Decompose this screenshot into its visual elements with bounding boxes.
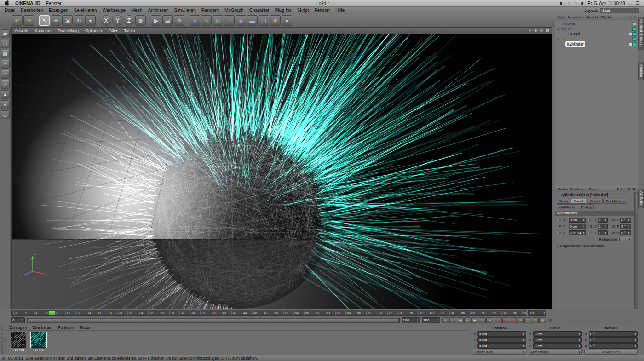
om-menu-bearbeiten[interactable]: Bearbeiten (567, 15, 586, 19)
tab-koord.[interactable]: Koord. (571, 199, 586, 204)
record-position-button[interactable]: + (517, 317, 524, 323)
add-camera-button[interactable]: ◫ (259, 15, 269, 26)
anim-dot-icon[interactable] (556, 225, 558, 228)
am-menu-modus[interactable]: Modus (556, 187, 569, 191)
spinner-icon[interactable] (579, 338, 581, 342)
timeline-range-field[interactable]: 78 (528, 310, 546, 316)
bluetooth-icon[interactable]: ᛒ (568, 1, 570, 6)
play-button[interactable]: ▶ (464, 317, 471, 323)
tab-struktur[interactable]: Struktur (638, 62, 644, 80)
next-key-button[interactable]: › (479, 317, 486, 323)
snap-settings-button[interactable]: ◡ (1, 110, 10, 119)
autokeying-button[interactable]: ◉ (502, 317, 509, 323)
menu-fenster[interactable]: Fenster (311, 8, 333, 13)
prev-frame-button[interactable]: ◀ (457, 317, 464, 323)
move-button[interactable]: + (51, 15, 61, 26)
last-tool-button[interactable]: ▾ (85, 15, 96, 26)
add-deformer-button[interactable]: ◈ (236, 15, 246, 26)
collapse-icon[interactable]: ⊟ (556, 37, 560, 41)
spotlight-icon[interactable]: ⌕ (629, 1, 632, 6)
frozen-transform-section[interactable]: Eingefrorene Transformation (555, 243, 638, 248)
apply-button[interactable]: Anwenden (584, 350, 638, 355)
record-keyframe-button[interactable]: ● (495, 317, 502, 323)
render-view-button[interactable]: ▶ (151, 15, 161, 26)
visibility-dots[interactable] (625, 32, 627, 36)
spinner-icon[interactable] (628, 231, 630, 235)
spinner-icon[interactable] (583, 231, 585, 235)
timeline-scrollbar[interactable] (27, 318, 400, 323)
spinner-icon[interactable] (523, 338, 525, 342)
frame-zoom-field[interactable]: 100 (422, 317, 440, 323)
om-menu-ansicht[interactable]: Ansicht (586, 15, 599, 19)
back-icon[interactable]: ◀ (615, 187, 618, 191)
workplane-mode-button[interactable]: ▱ (1, 60, 10, 69)
apple-menu[interactable] (5, 0, 10, 6)
material-menu-erzeugen[interactable]: Erzeugen (6, 325, 30, 330)
spinner-icon[interactable] (604, 218, 606, 222)
polygons-mode-button[interactable]: ▲ (1, 90, 10, 99)
material-menu-bearbeiten[interactable]: Bearbeiten (30, 325, 56, 330)
tab-attribute[interactable]: Attribute (638, 189, 644, 208)
lock-icon[interactable]: ▣ (632, 187, 636, 191)
spinner-icon[interactable] (583, 218, 585, 222)
spinner-icon[interactable] (583, 225, 585, 228)
hair-material-tag[interactable] (632, 32, 636, 36)
position-x-field[interactable]: 0 cm (477, 331, 526, 337)
hair-material-tag[interactable] (632, 37, 636, 41)
rotate-button[interactable]: ↻ (74, 15, 84, 26)
panel-grip-icon[interactable] (548, 317, 552, 323)
param-field-w-.-p[interactable]: 0 ° (620, 224, 631, 229)
filter-icon[interactable]: ◩ (628, 187, 631, 191)
viewport-menu-optionen[interactable]: Optionen (82, 29, 105, 33)
macos-menu-fenster[interactable]: Fenster (46, 1, 62, 6)
größe-y-field[interactable]: 0 cm (533, 337, 582, 343)
menu-plug-ins[interactable]: Plug-ins (272, 8, 294, 13)
param-field-p-.-x[interactable]: 0 cm (569, 218, 586, 223)
object-row-cam[interactable]: ◫CAM (555, 21, 638, 26)
spinner-icon[interactable] (417, 319, 419, 322)
add-array-button[interactable]: ∷ (224, 15, 235, 26)
render-picture-viewer-button[interactable]: ▤ (162, 15, 173, 26)
min-frame-field[interactable]: 0 (11, 317, 25, 323)
viewport-menu-kameras[interactable]: Kameras (32, 29, 55, 33)
anim-dot-icon[interactable] (587, 232, 590, 234)
notification-center-icon[interactable]: ☰ (636, 1, 639, 6)
spinner-icon[interactable] (523, 332, 525, 336)
position-y-field[interactable]: 0 cm (477, 337, 526, 343)
add-light-button[interactable]: ☀ (270, 15, 281, 26)
param-field-p-.-y[interactable]: 0 cm (569, 224, 586, 229)
winkel-p-field[interactable]: 0 ° (589, 337, 638, 343)
viewport-menu-tafeln[interactable]: Tafeln (121, 29, 138, 33)
spinner-icon[interactable] (628, 225, 630, 228)
tab-basis[interactable]: Basis (557, 199, 570, 204)
hair-material-tag[interactable] (632, 42, 636, 46)
search-icon[interactable]: ⌕ (625, 187, 627, 191)
add-cube-button[interactable]: ■ (190, 15, 200, 26)
add-floor-button[interactable]: ▬ (247, 15, 258, 26)
spinner-icon[interactable] (523, 344, 525, 348)
menu-charakter[interactable]: Charakter (247, 8, 272, 13)
pan-view-icon[interactable]: + (529, 29, 531, 33)
lock-x-button[interactable]: X (101, 15, 111, 26)
object-row-fell[interactable]: ⊟ψFell (555, 26, 638, 31)
menu-mesh[interactable]: Mesh (128, 8, 145, 13)
menu-bearbeiten[interactable]: Bearbeiten (18, 8, 46, 13)
menu-animieren[interactable]: Animieren (145, 8, 171, 13)
viewport-canvas[interactable] (12, 34, 552, 309)
hair-material-tag[interactable] (632, 27, 636, 31)
toggle-view-icon[interactable]: ▦ (546, 29, 549, 33)
display-icon[interactable]: ◧ (560, 1, 564, 6)
phong-tag[interactable] (628, 42, 632, 46)
scrollbar-thumb[interactable] (635, 193, 637, 214)
redo-button[interactable]: ↷ (23, 15, 34, 26)
anim-dot-icon[interactable] (587, 225, 590, 228)
render-settings-button[interactable]: ⚙ (174, 15, 184, 26)
spinner-icon[interactable] (634, 338, 636, 342)
material-menu-funktion[interactable]: Funktion (55, 325, 77, 330)
menu-selektieren[interactable]: Selektieren (71, 8, 100, 13)
enable-axis-mode-button[interactable]: ⌖ (1, 100, 10, 109)
menu-skript[interactable]: Skript (294, 8, 312, 13)
spinner-icon[interactable] (634, 344, 636, 348)
keyframe-selection-button[interactable]: ◆ (510, 317, 517, 323)
param-field-w-.-b[interactable]: 0 ° (620, 230, 631, 235)
